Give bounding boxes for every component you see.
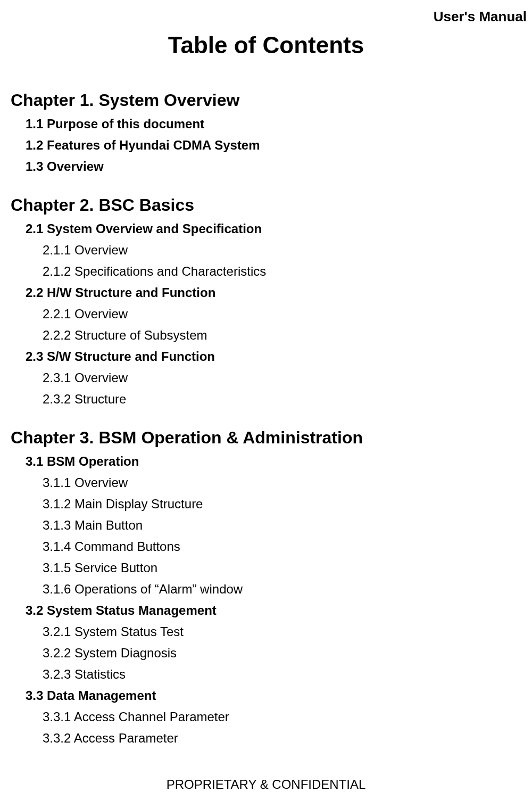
toc-subsection: 3.3.1 Access Channel Parameter [43, 710, 521, 724]
toc-section: 1.3 Overview [26, 159, 521, 174]
toc-subsection: 2.2.2 Structure of Subsystem [43, 328, 521, 343]
chapter-heading: Chapter 3. BSM Operation & Administratio… [11, 428, 521, 448]
toc-subsection: 2.1.2 Specifications and Characteristics [43, 264, 521, 279]
toc-subsection: 3.1.3 Main Button [43, 518, 521, 533]
toc-subsection: 2.1.1 Overview [43, 243, 521, 258]
toc-subsection: 2.3.1 Overview [43, 370, 521, 385]
chapter-heading: Chapter 1. System Overview [11, 90, 521, 110]
toc-subsection: 2.3.2 Structure [43, 392, 521, 407]
toc-subsection: 3.2.2 System Diagnosis [43, 646, 521, 661]
page-header: User's Manual [434, 9, 527, 25]
toc-section: 3.3 Data Management [26, 688, 521, 703]
toc-section: 3.2 System Status Management [26, 603, 521, 618]
toc-subsection: 3.2.1 System Status Test [43, 624, 521, 639]
toc-subsection: 3.1.4 Command Buttons [43, 539, 521, 554]
page-title: Table of Contents [0, 32, 532, 59]
chapter-heading: Chapter 2. BSC Basics [11, 195, 521, 215]
toc-section: 2.2 H/W Structure and Function [26, 285, 521, 300]
toc-subsection: 3.3.2 Access Parameter [43, 731, 521, 746]
toc-subsection: 3.1.1 Overview [43, 475, 521, 490]
toc-subsection: 2.2.1 Overview [43, 307, 521, 321]
toc-section: 1.1 Purpose of this document [26, 117, 521, 131]
toc-section: 1.2 Features of Hyundai CDMA System [26, 138, 521, 153]
toc-subsection: 3.1.5 Service Button [43, 560, 521, 575]
toc-content: Chapter 1. System Overview 1.1 Purpose o… [0, 90, 532, 746]
toc-subsection: 3.1.6 Operations of “Alarm” window [43, 582, 521, 597]
toc-subsection: 3.1.2 Main Display Structure [43, 497, 521, 512]
toc-section: 2.3 S/W Structure and Function [26, 349, 521, 364]
page-footer: PROPRIETARY & CONFIDENTIAL [0, 777, 532, 792]
toc-subsection: 3.2.3 Statistics [43, 667, 521, 682]
toc-section: 3.1 BSM Operation [26, 454, 521, 469]
toc-section: 2.1 System Overview and Specification [26, 221, 521, 236]
